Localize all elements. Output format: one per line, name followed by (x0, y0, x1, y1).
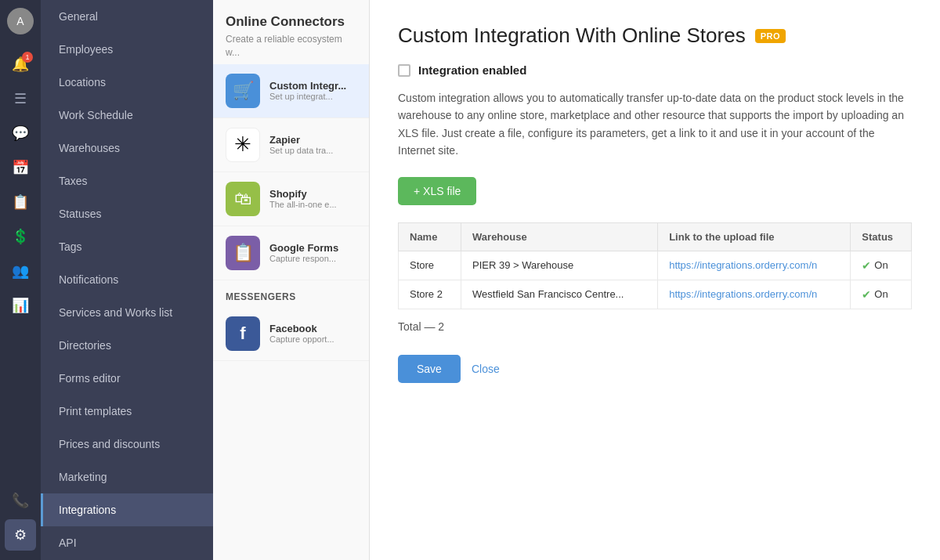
connector-facebook-name: Facebook (269, 323, 356, 334)
status-check-icon: ✔ (862, 259, 871, 272)
messengers-section-label: Messengers (213, 280, 369, 307)
shopify-icon: 🛍 (226, 182, 260, 216)
connector-shopify-name: Shopify (269, 188, 356, 200)
sidebar-item-directories[interactable]: Directories (41, 329, 213, 362)
table-row: Store PIER 39 > Warehouse https://integr… (399, 251, 912, 280)
connector-facebook[interactable]: f Facebook Capture opport... (213, 307, 369, 361)
connector-custom-integration[interactable]: 🛒 Custom Integr... Set up integrat... (213, 64, 369, 118)
integration-description: Custom integration allows you to automat… (398, 89, 912, 160)
row2-link[interactable]: https://integrations.orderry.com/n (658, 280, 851, 309)
nav-sidebar: General Employees Locations Work Schedul… (41, 0, 213, 560)
panel-subtitle: Create a reliable ecosystem w... (226, 33, 356, 60)
sidebar-item-locations[interactable]: Locations (41, 66, 213, 99)
pro-badge: PRO (755, 29, 786, 43)
sidebar-item-notifications[interactable]: Notifications (41, 263, 213, 296)
sidebar-item-services[interactable]: Services and Works list (41, 296, 213, 329)
col-status: Status (851, 222, 912, 251)
sidebar-item-api[interactable]: API (41, 526, 213, 559)
notification-icon[interactable]: 🔔 1 (5, 49, 36, 80)
save-button[interactable]: Save (398, 355, 461, 383)
close-button[interactable]: Close (472, 363, 500, 375)
row1-warehouse: PIER 39 > Warehouse (461, 251, 658, 280)
integration-toggle-label: Integration enabled (418, 63, 526, 77)
connector-custom-desc: Set up integrat... (269, 92, 356, 101)
row1-link[interactable]: https://integrations.orderry.com/n (658, 251, 851, 280)
sidebar-item-print-templates[interactable]: Print templates (41, 395, 213, 428)
notification-badge: 1 (22, 52, 33, 63)
connector-google-forms[interactable]: 📋 Google Forms Capture respon... (213, 226, 369, 280)
sidebar-item-tags[interactable]: Tags (41, 230, 213, 263)
panel-title: Online Connectors (226, 14, 356, 30)
sidebar-item-employees[interactable]: Employees (41, 33, 213, 66)
main-header: Custom Integration With Online Stores PR… (398, 23, 912, 48)
dollar-icon[interactable]: 💲 (5, 221, 36, 252)
sidebar-item-marketing[interactable]: Marketing (41, 461, 213, 493)
footer-buttons: Save Close (398, 355, 912, 383)
chat-icon[interactable]: 💬 (5, 117, 36, 149)
connector-shopify[interactable]: 🛍 Shopify The all-in-one e... (213, 172, 369, 226)
connector-zapier-name: Zapier (269, 134, 356, 146)
main-content: Custom Integration With Online Stores PR… (370, 0, 940, 560)
connector-gforms-name: Google Forms (269, 242, 356, 254)
connector-custom-name: Custom Integr... (269, 80, 356, 92)
icon-sidebar: A 🔔 1 ☰ 💬 📅 📋 💲 👥 📊 📞 ⚙ (0, 0, 41, 560)
status-check-icon: ✔ (862, 288, 871, 301)
facebook-icon: f (226, 316, 260, 351)
table-row: Store 2 Westfield San Francisco Centre..… (399, 280, 912, 309)
total-count: Total — 2 (398, 320, 912, 333)
avatar[interactable]: A (7, 8, 34, 34)
middle-panel: Online Connectors Create a reliable ecos… (213, 0, 370, 560)
sidebar-item-taxes[interactable]: Taxes (41, 164, 213, 197)
row1-status: ✔ On (851, 251, 912, 280)
settings-icon[interactable]: ⚙ (5, 519, 36, 551)
google-forms-icon: 📋 (226, 236, 260, 270)
sidebar-item-statuses[interactable]: Statuses (41, 197, 213, 230)
col-link: Link to the upload file (658, 222, 851, 251)
sidebar-item-work-schedule[interactable]: Work Schedule (41, 99, 213, 132)
integration-toggle: Integration enabled (398, 63, 912, 77)
connector-shopify-desc: The all-in-one e... (269, 200, 356, 209)
team-icon[interactable]: 👥 (5, 255, 36, 287)
custom-integration-icon: 🛒 (226, 74, 260, 108)
integrations-table: Name Warehouse Link to the upload file S… (398, 222, 912, 309)
sidebar-item-prices[interactable]: Prices and discounts (41, 428, 213, 461)
phone-icon[interactable]: 📞 (5, 485, 36, 516)
row2-status: ✔ On (851, 280, 912, 309)
col-name: Name (399, 222, 461, 251)
row1-name: Store (399, 251, 461, 280)
menu-icon[interactable]: ☰ (5, 83, 36, 114)
sidebar-item-integrations[interactable]: Integrations (41, 493, 213, 526)
sidebar-item-general[interactable]: General (41, 0, 213, 33)
sidebar-item-warehouses[interactable]: Warehouses (41, 132, 213, 164)
connector-gforms-desc: Capture respon... (269, 254, 356, 263)
zapier-icon: ✳ (226, 128, 260, 162)
connector-facebook-desc: Capture opport... (269, 334, 356, 344)
connector-zapier[interactable]: ✳ Zapier Set up data tra... (213, 118, 369, 172)
chart-icon[interactable]: 📊 (5, 290, 36, 321)
calendar-icon[interactable]: 📅 (5, 152, 36, 183)
row2-warehouse: Westfield San Francisco Centre... (461, 280, 658, 309)
connector-zapier-desc: Set up data tra... (269, 146, 356, 155)
orders-icon[interactable]: 📋 (5, 186, 36, 218)
page-title: Custom Integration With Online Stores (398, 23, 746, 48)
sidebar-item-forms-editor[interactable]: Forms editor (41, 362, 213, 395)
add-xls-button[interactable]: + XLS file (398, 177, 476, 205)
row2-name: Store 2 (399, 280, 461, 309)
col-warehouse: Warehouse (461, 222, 658, 251)
integration-enabled-checkbox[interactable] (398, 64, 410, 77)
